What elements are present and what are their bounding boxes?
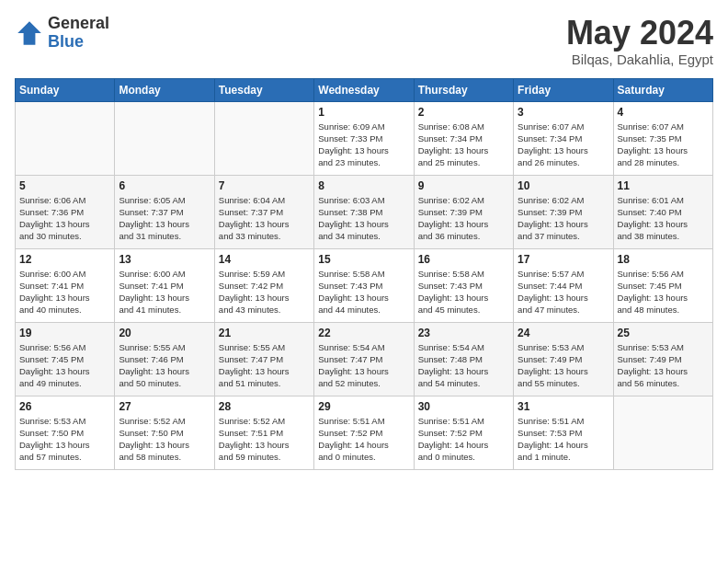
logo-general: General [48, 15, 109, 33]
calendar-cell: 26Sunrise: 5:53 AM Sunset: 7:50 PM Dayli… [16, 396, 115, 469]
title-block: May 2024 Bilqas, Dakahlia, Egypt [566, 15, 713, 67]
calendar-cell: 31Sunrise: 5:51 AM Sunset: 7:53 PM Dayli… [514, 396, 613, 469]
calendar-cell: 1Sunrise: 6:09 AM Sunset: 7:33 PM Daylig… [314, 101, 414, 175]
cell-content: Sunrise: 6:08 AM Sunset: 7:34 PM Dayligh… [418, 121, 509, 169]
cell-content: Sunrise: 5:58 AM Sunset: 7:43 PM Dayligh… [418, 268, 509, 316]
cell-content: Sunrise: 6:02 AM Sunset: 7:39 PM Dayligh… [518, 194, 609, 243]
calendar-cell: 25Sunrise: 5:53 AM Sunset: 7:49 PM Dayli… [613, 322, 712, 396]
day-number: 2 [418, 106, 509, 119]
day-number: 19 [19, 327, 110, 339]
calendar-cell: 11Sunrise: 6:01 AM Sunset: 7:40 PM Dayli… [613, 175, 712, 248]
cell-content: Sunrise: 5:54 AM Sunset: 7:48 PM Dayligh… [418, 341, 509, 390]
cell-content: Sunrise: 5:52 AM Sunset: 7:50 PM Dayligh… [119, 415, 210, 464]
cell-content: Sunrise: 5:53 AM Sunset: 7:49 PM Dayligh… [518, 341, 609, 390]
cell-content: Sunrise: 5:57 AM Sunset: 7:44 PM Dayligh… [518, 268, 609, 316]
day-header-wednesday: Wednesday [314, 78, 414, 101]
calendar-cell: 9Sunrise: 6:02 AM Sunset: 7:39 PM Daylig… [414, 175, 513, 248]
week-row-4: 19Sunrise: 5:56 AM Sunset: 7:45 PM Dayli… [16, 322, 713, 396]
day-number: 10 [518, 179, 609, 192]
logo-icon [15, 18, 44, 48]
week-row-3: 12Sunrise: 6:00 AM Sunset: 7:41 PM Dayli… [16, 248, 713, 322]
cell-content: Sunrise: 6:07 AM Sunset: 7:35 PM Dayligh… [618, 121, 709, 169]
day-number: 29 [318, 400, 409, 413]
logo-text: General Blue [48, 15, 109, 52]
cell-content: Sunrise: 6:02 AM Sunset: 7:39 PM Dayligh… [418, 194, 509, 243]
calendar-table: SundayMondayTuesdayWednesdayThursdayFrid… [15, 78, 713, 470]
cell-content: Sunrise: 5:55 AM Sunset: 7:46 PM Dayligh… [119, 341, 210, 390]
cell-content: Sunrise: 5:51 AM Sunset: 7:53 PM Dayligh… [518, 415, 609, 464]
calendar-cell: 22Sunrise: 5:54 AM Sunset: 7:47 PM Dayli… [314, 322, 414, 396]
day-number: 27 [119, 400, 210, 413]
cell-content: Sunrise: 5:59 AM Sunset: 7:42 PM Dayligh… [219, 268, 310, 316]
calendar-cell: 28Sunrise: 5:52 AM Sunset: 7:51 PM Dayli… [214, 396, 313, 469]
page-header: General Blue May 2024 Bilqas, Dakahlia, … [15, 15, 713, 67]
day-number: 5 [19, 179, 110, 192]
day-header-monday: Monday [115, 78, 214, 101]
day-number: 9 [418, 179, 509, 192]
cell-content: Sunrise: 5:55 AM Sunset: 7:47 PM Dayligh… [219, 341, 310, 390]
day-number: 25 [618, 327, 709, 339]
svg-marker-0 [17, 21, 41, 45]
calendar-cell: 20Sunrise: 5:55 AM Sunset: 7:46 PM Dayli… [115, 322, 214, 396]
calendar-cell [613, 396, 712, 469]
cell-content: Sunrise: 6:05 AM Sunset: 7:37 PM Dayligh… [119, 194, 210, 243]
day-number: 30 [418, 400, 509, 413]
day-number: 28 [219, 400, 310, 413]
day-number: 20 [119, 327, 210, 339]
day-number: 18 [618, 253, 709, 266]
calendar-cell: 18Sunrise: 5:56 AM Sunset: 7:45 PM Dayli… [613, 248, 712, 322]
calendar-cell: 12Sunrise: 6:00 AM Sunset: 7:41 PM Dayli… [16, 248, 115, 322]
day-number: 11 [618, 179, 709, 192]
cell-content: Sunrise: 5:53 AM Sunset: 7:50 PM Dayligh… [19, 415, 110, 464]
cell-content: Sunrise: 5:56 AM Sunset: 7:45 PM Dayligh… [618, 268, 709, 316]
month-title: May 2024 [566, 15, 713, 52]
cell-content: Sunrise: 6:00 AM Sunset: 7:41 PM Dayligh… [119, 268, 210, 316]
calendar-cell: 7Sunrise: 6:04 AM Sunset: 7:37 PM Daylig… [214, 175, 313, 248]
calendar-cell: 13Sunrise: 6:00 AM Sunset: 7:41 PM Dayli… [115, 248, 214, 322]
day-number: 31 [518, 400, 609, 413]
week-row-1: 1Sunrise: 6:09 AM Sunset: 7:33 PM Daylig… [16, 101, 713, 175]
calendar-cell: 6Sunrise: 6:05 AM Sunset: 7:37 PM Daylig… [115, 175, 214, 248]
calendar-cell: 8Sunrise: 6:03 AM Sunset: 7:38 PM Daylig… [314, 175, 414, 248]
day-number: 8 [318, 179, 409, 192]
calendar-cell: 29Sunrise: 5:51 AM Sunset: 7:52 PM Dayli… [314, 396, 414, 469]
day-number: 1 [318, 106, 409, 119]
calendar-cell: 16Sunrise: 5:58 AM Sunset: 7:43 PM Dayli… [414, 248, 513, 322]
calendar-cell [214, 101, 313, 175]
day-header-tuesday: Tuesday [214, 78, 313, 101]
day-number: 21 [219, 327, 310, 339]
calendar-cell: 3Sunrise: 6:07 AM Sunset: 7:34 PM Daylig… [514, 101, 613, 175]
day-header-row: SundayMondayTuesdayWednesdayThursdayFrid… [16, 78, 713, 101]
calendar-cell: 21Sunrise: 5:55 AM Sunset: 7:47 PM Dayli… [214, 322, 313, 396]
calendar-cell: 15Sunrise: 5:58 AM Sunset: 7:43 PM Dayli… [314, 248, 414, 322]
calendar-cell: 2Sunrise: 6:08 AM Sunset: 7:34 PM Daylig… [414, 101, 513, 175]
calendar-cell: 17Sunrise: 5:57 AM Sunset: 7:44 PM Dayli… [514, 248, 613, 322]
cell-content: Sunrise: 6:06 AM Sunset: 7:36 PM Dayligh… [19, 194, 110, 243]
day-number: 4 [618, 106, 709, 119]
week-row-2: 5Sunrise: 6:06 AM Sunset: 7:36 PM Daylig… [16, 175, 713, 248]
cell-content: Sunrise: 5:52 AM Sunset: 7:51 PM Dayligh… [219, 415, 310, 464]
calendar-cell [16, 101, 115, 175]
calendar-cell: 19Sunrise: 5:56 AM Sunset: 7:45 PM Dayli… [16, 322, 115, 396]
cell-content: Sunrise: 6:03 AM Sunset: 7:38 PM Dayligh… [318, 194, 409, 243]
day-number: 7 [219, 179, 310, 192]
cell-content: Sunrise: 5:51 AM Sunset: 7:52 PM Dayligh… [318, 415, 409, 464]
day-header-thursday: Thursday [414, 78, 513, 101]
cell-content: Sunrise: 6:04 AM Sunset: 7:37 PM Dayligh… [219, 194, 310, 243]
logo-blue: Blue [48, 33, 109, 52]
cell-content: Sunrise: 5:54 AM Sunset: 7:47 PM Dayligh… [318, 341, 409, 390]
calendar-cell [115, 101, 214, 175]
cell-content: Sunrise: 6:07 AM Sunset: 7:34 PM Dayligh… [518, 121, 609, 169]
cell-content: Sunrise: 5:58 AM Sunset: 7:43 PM Dayligh… [318, 268, 409, 316]
week-row-5: 26Sunrise: 5:53 AM Sunset: 7:50 PM Dayli… [16, 396, 713, 469]
calendar-cell: 23Sunrise: 5:54 AM Sunset: 7:48 PM Dayli… [414, 322, 513, 396]
cell-content: Sunrise: 6:00 AM Sunset: 7:41 PM Dayligh… [19, 268, 110, 316]
calendar-cell: 10Sunrise: 6:02 AM Sunset: 7:39 PM Dayli… [514, 175, 613, 248]
calendar-cell: 5Sunrise: 6:06 AM Sunset: 7:36 PM Daylig… [16, 175, 115, 248]
day-number: 3 [518, 106, 609, 119]
cell-content: Sunrise: 6:01 AM Sunset: 7:40 PM Dayligh… [618, 194, 709, 243]
day-number: 26 [19, 400, 110, 413]
day-number: 23 [418, 327, 509, 339]
cell-content: Sunrise: 5:51 AM Sunset: 7:52 PM Dayligh… [418, 415, 509, 464]
location-title: Bilqas, Dakahlia, Egypt [566, 52, 713, 67]
